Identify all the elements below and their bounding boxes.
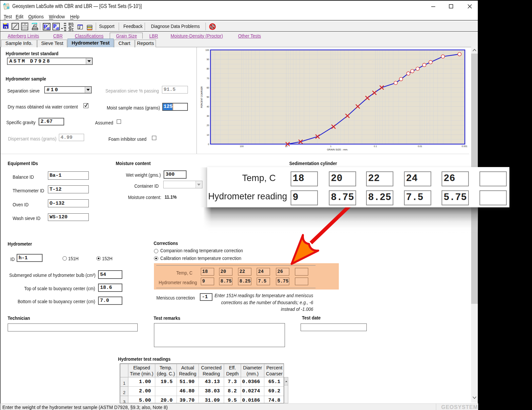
svg-text:0.001: 0.001 xyxy=(462,145,467,147)
svg-text:df: df xyxy=(47,26,50,30)
svg-text:0.01: 0.01 xyxy=(418,145,422,147)
svg-text:0.1: 0.1 xyxy=(374,145,377,147)
svg-text:10: 10 xyxy=(206,134,209,136)
svg-text:90: 90 xyxy=(206,58,209,61)
svg-text:50: 50 xyxy=(206,96,209,98)
svg-text:1: 1 xyxy=(330,145,332,147)
svg-text:80: 80 xyxy=(206,68,209,70)
svg-text:20: 20 xyxy=(206,124,209,126)
svg-text:df: df xyxy=(56,26,59,30)
svg-text:GRAIN SIZE - mm.: GRAIN SIZE - mm. xyxy=(327,148,348,151)
svg-text:100: 100 xyxy=(240,145,244,147)
svg-text:70: 70 xyxy=(206,77,209,80)
svg-text:100: 100 xyxy=(205,49,209,51)
svg-text:40: 40 xyxy=(206,105,209,108)
svg-text:0: 0 xyxy=(208,143,209,145)
svg-text:30: 30 xyxy=(206,115,209,117)
svg-text:60: 60 xyxy=(206,87,209,89)
svg-text:PERCENT COARSER: PERCENT COARSER xyxy=(200,86,203,108)
